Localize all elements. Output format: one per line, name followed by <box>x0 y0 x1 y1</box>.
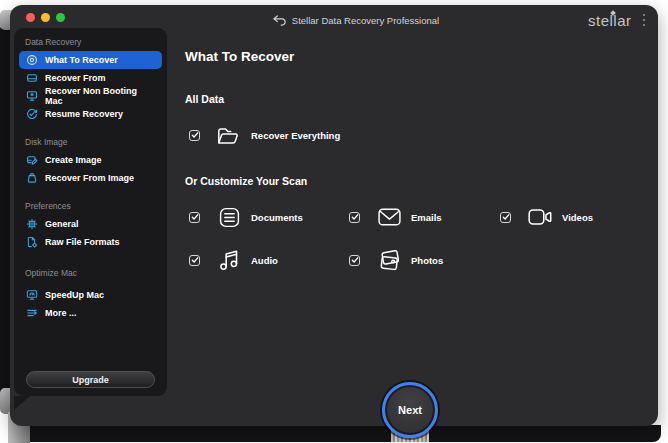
audio-label: Audio <box>251 255 278 266</box>
sidebar-section-optimize-mac: Optimize Mac <box>14 265 167 282</box>
documents-label: Documents <box>251 212 303 223</box>
documents-item: Documents <box>185 204 345 230</box>
sidebar-item-label: General <box>45 219 79 229</box>
sidebar-item-resume-recovery[interactable]: Resume Recovery <box>19 105 162 123</box>
sidebar: Data Recovery What To Recover Recover Fr… <box>14 28 167 396</box>
menu-kebab-icon[interactable] <box>640 11 649 30</box>
customize-grid: Documents Emails <box>185 204 644 273</box>
next-button[interactable]: Next <box>382 382 438 438</box>
raw-file-icon <box>25 236 38 249</box>
sidebar-item-label: What To Recover <box>45 55 118 65</box>
zoom-button[interactable] <box>56 13 65 22</box>
recover-everything-label: Recover Everything <box>251 130 340 141</box>
sidebar-item-recover-from-image[interactable]: Recover From Image <box>19 169 162 187</box>
sidebar-item-what-to-recover[interactable]: What To Recover <box>19 51 162 69</box>
page-title: What To Recover <box>185 49 644 64</box>
folder-icon <box>216 122 242 148</box>
sidebar-item-recover-from[interactable]: Recover From <box>19 69 162 87</box>
screenshot-canvas: Stellar Data Recovery Professional stell… <box>0 0 668 443</box>
drive-icon <box>25 72 38 85</box>
resume-icon <box>25 108 38 121</box>
audio-item: Audio <box>185 247 345 273</box>
checkmark-icon <box>351 213 359 221</box>
photo-stack-icon <box>376 247 402 273</box>
minimize-button[interactable] <box>41 13 50 22</box>
more-icon <box>25 307 38 320</box>
audio-checkbox[interactable] <box>189 255 200 266</box>
all-data-heading: All Data <box>185 93 644 105</box>
videos-label: Videos <box>562 212 593 223</box>
traffic-lights <box>26 13 65 22</box>
window-bottom-strip <box>28 425 661 442</box>
logo-area: stellar <box>588 5 648 35</box>
emails-item: Emails <box>345 204 496 230</box>
main-content: What To Recover All Data Recover Everyth… <box>185 49 644 273</box>
videos-checkbox[interactable] <box>500 212 511 223</box>
image-bag-icon <box>25 172 38 185</box>
sidebar-item-raw-file-formats[interactable]: Raw File Formats <box>19 233 162 251</box>
sidebar-item-label: Raw File Formats <box>45 237 120 247</box>
close-button[interactable] <box>26 13 35 22</box>
stellar-logo-text: stellar <box>588 12 632 29</box>
envelope-icon <box>376 204 402 230</box>
target-icon <box>25 54 38 67</box>
photos-checkbox[interactable] <box>349 255 360 266</box>
sidebar-section-preferences: Preferences <box>14 198 167 215</box>
mac-display-icon <box>25 90 38 103</box>
emails-label: Emails <box>411 212 442 223</box>
sidebar-item-label: SpeedUp Mac <box>45 290 104 300</box>
checkmark-icon <box>191 256 199 264</box>
recover-everything-item: Recover Everything <box>185 122 644 148</box>
sidebar-section-disk-image: Disk Image <box>14 134 167 151</box>
photos-label: Photos <box>411 255 443 266</box>
photos-item: Photos <box>345 247 496 273</box>
checkmark-icon <box>502 213 510 221</box>
stellar-logo: stellar <box>588 12 632 29</box>
speedup-icon <box>25 289 38 302</box>
sidebar-item-general[interactable]: General <box>19 215 162 233</box>
sidebar-item-speedup-mac[interactable]: SpeedUp Mac <box>19 286 162 304</box>
checkmark-icon <box>191 131 199 139</box>
gear-icon <box>25 218 38 231</box>
document-lines-icon <box>216 204 242 230</box>
sidebar-item-label: Recover From Image <box>45 173 134 183</box>
app-window: Stellar Data Recovery Professional stell… <box>10 5 658 426</box>
upgrade-button[interactable]: Upgrade <box>26 371 155 388</box>
sidebar-item-recover-non-booting-mac[interactable]: Recover Non Booting Mac <box>19 87 162 105</box>
sidebar-item-label: Recover Non Booting Mac <box>45 86 156 106</box>
checkmark-icon <box>191 213 199 221</box>
sidebar-item-label: More ... <box>45 308 77 318</box>
customize-heading: Or Customize Your Scan <box>185 175 644 187</box>
documents-checkbox[interactable] <box>189 212 200 223</box>
sidebar-item-label: Create Image <box>45 155 102 165</box>
window-title: Stellar Data Recovery Professional <box>292 15 439 26</box>
back-arrow-icon[interactable] <box>273 15 287 26</box>
emails-checkbox[interactable] <box>349 212 360 223</box>
video-camera-icon <box>527 204 553 230</box>
sidebar-item-label: Recover From <box>45 73 106 83</box>
create-image-icon <box>25 154 38 167</box>
sidebar-item-more[interactable]: More ... <box>19 304 162 322</box>
recover-everything-checkbox[interactable] <box>189 130 200 141</box>
sidebar-tail <box>14 396 30 410</box>
all-data-section: All Data Recover Everything <box>185 93 644 148</box>
titlebar-center: Stellar Data Recovery Professional <box>273 5 439 35</box>
sidebar-item-create-image[interactable]: Create Image <box>19 151 162 169</box>
checkmark-icon <box>351 256 359 264</box>
videos-item: Videos <box>496 204 644 230</box>
music-note-icon <box>216 247 242 273</box>
sidebar-item-label: Resume Recovery <box>45 109 123 119</box>
sidebar-section-data-recovery: Data Recovery <box>14 34 167 51</box>
